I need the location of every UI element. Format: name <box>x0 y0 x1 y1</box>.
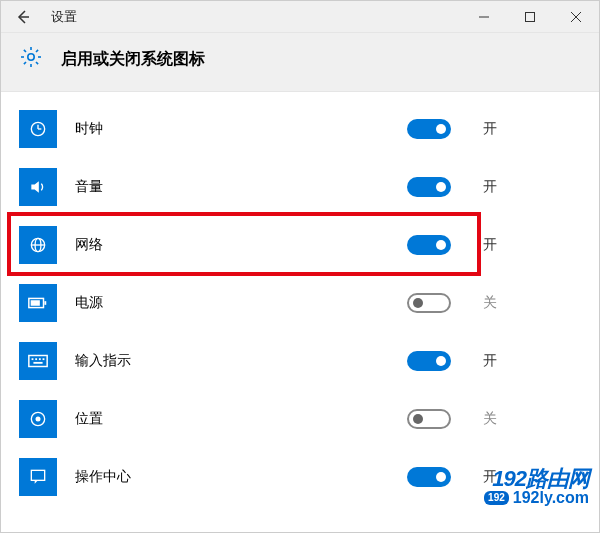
toggle-switch[interactable] <box>407 177 451 197</box>
arrow-left-icon <box>15 9 31 25</box>
setting-label: 电源 <box>75 294 389 312</box>
close-button[interactable] <box>553 1 599 33</box>
svg-line-11 <box>36 62 38 64</box>
svg-rect-27 <box>39 358 41 360</box>
toggle-switch[interactable] <box>407 293 451 313</box>
setting-label: 网络 <box>75 236 389 254</box>
svg-rect-22 <box>44 301 46 305</box>
svg-rect-32 <box>31 470 44 480</box>
toggle-switch[interactable] <box>407 235 451 255</box>
power-icon <box>19 284 57 322</box>
gear-icon <box>19 45 43 73</box>
minimize-icon <box>478 11 490 23</box>
watermark-badge: 192 <box>484 491 509 505</box>
setting-row: 电源关 <box>1 274 599 332</box>
close-icon <box>570 11 582 23</box>
window-title: 设置 <box>51 8 77 26</box>
location-icon <box>19 400 57 438</box>
action-center-icon <box>19 458 57 496</box>
setting-label: 输入指示 <box>75 352 389 370</box>
watermark-line1: 192路由网 <box>484 468 589 490</box>
setting-label: 时钟 <box>75 120 389 138</box>
svg-line-13 <box>36 50 38 52</box>
toggle-switch[interactable] <box>407 351 451 371</box>
maximize-button[interactable] <box>507 1 553 33</box>
watermark-line2: 192ly.com <box>513 490 589 506</box>
toggle-state-label: 开 <box>483 178 511 196</box>
toggle-switch[interactable] <box>407 119 451 139</box>
settings-list: 时钟开音量开网络开电源关输入指示开位置关操作中心开 192路由网 192 192… <box>1 92 599 514</box>
back-button[interactable] <box>1 1 45 33</box>
setting-row: 网络开 <box>1 216 599 274</box>
toggle-switch[interactable] <box>407 409 451 429</box>
svg-rect-25 <box>32 358 34 360</box>
svg-rect-23 <box>31 300 40 306</box>
toggle-state-label: 关 <box>483 410 511 428</box>
setting-label: 位置 <box>75 410 389 428</box>
setting-row: 位置关 <box>1 390 599 448</box>
svg-point-31 <box>36 417 41 422</box>
toggle-state-label: 关 <box>483 294 511 312</box>
setting-label: 音量 <box>75 178 389 196</box>
svg-rect-28 <box>43 358 45 360</box>
network-icon <box>19 226 57 264</box>
toggle-state-label: 开 <box>483 352 511 370</box>
minimize-button[interactable] <box>461 1 507 33</box>
page-title: 启用或关闭系统图标 <box>61 49 205 70</box>
svg-rect-29 <box>33 362 42 364</box>
setting-label: 操作中心 <box>75 468 389 486</box>
svg-rect-26 <box>35 358 37 360</box>
svg-line-12 <box>24 62 26 64</box>
titlebar: 设置 <box>1 1 599 33</box>
svg-line-10 <box>24 50 26 52</box>
volume-icon <box>19 168 57 206</box>
maximize-icon <box>524 11 536 23</box>
svg-rect-2 <box>526 12 535 21</box>
watermark: 192路由网 192 192ly.com <box>484 468 589 506</box>
svg-rect-24 <box>29 356 47 367</box>
setting-row: 音量开 <box>1 158 599 216</box>
toggle-state-label: 开 <box>483 120 511 138</box>
svg-point-5 <box>28 54 34 60</box>
setting-row: 时钟开 <box>1 100 599 158</box>
input-indicator-icon <box>19 342 57 380</box>
page-header: 启用或关闭系统图标 <box>1 33 599 92</box>
toggle-state-label: 开 <box>483 236 511 254</box>
setting-row: 输入指示开 <box>1 332 599 390</box>
toggle-switch[interactable] <box>407 467 451 487</box>
svg-marker-17 <box>31 181 38 193</box>
clock-icon <box>19 110 57 148</box>
